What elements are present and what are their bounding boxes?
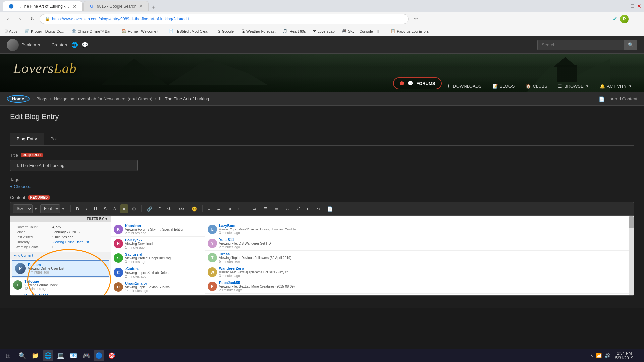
bold-btn[interactable]: B — [73, 204, 82, 213]
toolbar-sep-2 — [141, 205, 142, 212]
menu-button[interactable]: ⋮ — [631, 14, 641, 24]
bg-color-btn[interactable]: ■ — [120, 204, 128, 213]
ul-btn[interactable]: ≣ — [214, 204, 223, 213]
chase-bookmark[interactable]: 🏦 Chase Online™ Ban... — [70, 28, 116, 34]
taskbar-clock[interactable]: 2:34 PM 5/31/2019 — [615, 351, 633, 360]
nav-blogs[interactable]: 📝 BLOGS — [487, 80, 520, 92]
editor-scrollbar[interactable] — [629, 216, 634, 295]
superscript-btn[interactable]: x² — [293, 204, 303, 213]
game-taskbar-icon[interactable]: 🎯 — [106, 350, 117, 361]
papyrus-bookmark[interactable]: 📋 Papyrus Log Errors — [389, 28, 431, 34]
show-desktop-btn[interactable] — [639, 351, 641, 361]
forward-button[interactable]: › — [15, 14, 25, 24]
search-button[interactable]: 🔍 — [625, 40, 637, 50]
network-icon[interactable]: 📶 — [596, 353, 602, 358]
link-btn[interactable]: 🔗 — [144, 204, 155, 213]
tab-poll[interactable]: Poll — [44, 133, 64, 145]
chrome-taskbar-icon[interactable]: 🔵 — [94, 350, 104, 361]
create-btn[interactable]: + Create — [48, 42, 64, 47]
tab-blog-entry[interactable]: Blog Entry — [10, 133, 44, 145]
font-select[interactable]: Font — [40, 204, 60, 213]
unread-content-btn[interactable]: 📄 Unread Content — [599, 96, 637, 102]
site-logo[interactable]: LoversLab — [13, 60, 77, 76]
home-bookmark[interactable]: 🏠 Home - Welcome t... — [120, 28, 163, 34]
nav-forums[interactable]: 💬 FORUMS — [393, 77, 442, 89]
size-select[interactable]: Size — [13, 204, 33, 213]
nav-activity[interactable]: 🔔 ACTIVITY ▼ — [594, 80, 637, 92]
user-dropdown-arrow[interactable]: ▼ — [37, 43, 41, 47]
edge-taskbar-icon[interactable]: 🌐 — [43, 350, 53, 361]
tes5edit-bookmark[interactable]: 📄 TES5Edit Mod Clea... — [167, 28, 212, 34]
add-tag-btn[interactable]: + Choose... — [10, 184, 33, 189]
apps-bookmark[interactable]: ⊞ Apps — [3, 28, 19, 34]
indent-btn[interactable]: ⇥ — [225, 204, 234, 213]
iheart-bookmark[interactable]: 🎵 iHeart 60s — [281, 28, 308, 34]
username-btn[interactable]: Psalam — [21, 42, 36, 47]
browser-tab-active[interactable]: 🔵 III. The Fine Art of Lurking - Nav... … — [3, 1, 83, 11]
refresh-button[interactable]: ↻ — [28, 14, 37, 24]
bookmark-star[interactable]: ☆ — [411, 14, 421, 24]
highlighted-user-row: P Psalam Viewing Online User List 7 minu… — [12, 260, 109, 277]
nav-browse[interactable]: ☰ BROWSE ▼ — [553, 80, 594, 92]
browser-tab-inactive[interactable]: G 9815 - Google Search ✕ — [83, 1, 149, 11]
breadcrumb-blogs[interactable]: Blogs — [36, 96, 47, 101]
new-tab-button[interactable]: + — [149, 4, 157, 11]
title-field-group: Title REQUIRED — [10, 153, 634, 171]
undo-btn[interactable]: ↩ — [304, 204, 313, 213]
close-button[interactable]: ✕ — [637, 3, 641, 9]
ol-btn[interactable]: ≡ — [205, 204, 213, 213]
underline-btn[interactable]: U — [91, 204, 100, 213]
skyrimconsole-bookmark[interactable]: 🎮 SkyrimConsole - Th... — [340, 28, 386, 34]
extension-1[interactable]: ✔ — [613, 16, 617, 22]
yulia-row: Y YuliaS11 Viewing File: DS Wanderer Set… — [205, 236, 629, 251]
mail-taskbar-icon[interactable]: 📧 — [68, 350, 79, 361]
search-taskbar-icon[interactable]: 🔍 — [17, 350, 28, 361]
savlorsrd-row: S Savlorsrd Viewing Profile: DeepBlueFro… — [111, 251, 205, 265]
start-button[interactable]: ⊞ — [3, 351, 14, 360]
italic-btn[interactable]: I — [83, 204, 90, 213]
highlight-btn[interactable]: A — [111, 204, 119, 213]
align-right-btn[interactable]: ⫢ — [272, 204, 281, 213]
align-center-btn[interactable]: ☰ — [261, 204, 270, 213]
files-taskbar-icon[interactable]: 📁 — [30, 350, 41, 361]
code-btn[interactable]: </> — [176, 204, 187, 213]
kroger-bookmark[interactable]: 🛒 Kroger - Digital Co... — [23, 28, 66, 34]
dropdown-arrow-create[interactable]: ▼ — [64, 43, 68, 47]
outdent-btn[interactable]: ⇤ — [235, 204, 244, 213]
weather-bookmark[interactable]: 🌤 Weather Forecast — [239, 28, 277, 34]
google-bookmark[interactable]: G Google — [216, 28, 236, 34]
minimize-button[interactable]: ─ — [625, 3, 628, 9]
explorer-taskbar-icon[interactable]: 💻 — [55, 350, 66, 361]
nav-menu: 💬 FORUMS ⬇ DOWNLOADS 📝 BLOGS 🏠 CLUBS ☰ B… — [393, 77, 637, 92]
breadcrumb-home[interactable]: Home — [7, 95, 30, 103]
align-left-btn[interactable]: ⫡ — [250, 204, 260, 213]
chat-icon[interactable]: 💬 — [82, 42, 88, 48]
quote-btn[interactable]: " — [156, 204, 163, 213]
tab-close-2[interactable]: ✕ — [139, 4, 143, 9]
search-input[interactable] — [537, 40, 625, 50]
back-button[interactable]: ‹ — [3, 14, 13, 24]
globe-icon[interactable]: 🌐 — [71, 42, 78, 48]
redo-btn[interactable]: ↪ — [314, 204, 323, 213]
breadcrumb-nav[interactable]: Navigating LoversLab for Newcomers (and … — [54, 96, 152, 101]
steam-taskbar-icon[interactable]: 🎮 — [81, 350, 92, 361]
volume-icon[interactable]: 🔊 — [604, 353, 610, 358]
maximize-button[interactable]: □ — [631, 3, 634, 9]
user-profile-icon[interactable]: P — [620, 15, 629, 23]
tray-up-arrow[interactable]: ∧ — [590, 353, 593, 358]
spoiler-btn[interactable]: 👁 — [165, 204, 174, 213]
insert-btn[interactable]: ⊕ — [129, 204, 139, 213]
find-content-link[interactable]: Find Content — [14, 254, 33, 257]
title-input[interactable] — [10, 160, 138, 171]
nav-downloads[interactable]: ⬇ DOWNLOADS — [442, 80, 487, 92]
loverslab-bookmark[interactable]: ❤ LoversLab — [311, 28, 336, 34]
nav-clubs[interactable]: 🏠 CLUBS — [520, 80, 553, 92]
subscript-btn[interactable]: x₂ — [283, 204, 292, 213]
breadcrumb-bar: Home › Blogs › Navigating LoversLab for … — [0, 92, 644, 106]
strikethrough-btn[interactable]: S — [101, 204, 109, 213]
toolbar-sep-1 — [70, 205, 71, 212]
site-wrapper: Psalam ▼ + Create ▼ 🌐 💬 🔍 LoversLab — [0, 36, 644, 308]
emoji-btn[interactable]: 😊 — [189, 204, 200, 213]
tab-close-1[interactable]: ✕ — [73, 4, 77, 9]
source-btn[interactable]: 📄 — [325, 204, 335, 213]
